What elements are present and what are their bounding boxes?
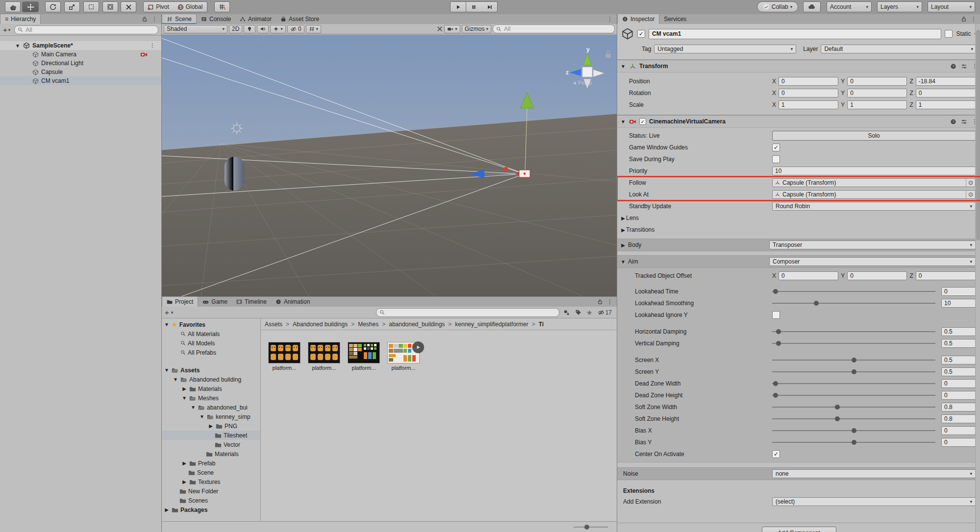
cloud-button[interactable] (803, 1, 821, 12)
create-plus-button[interactable]: + (3, 25, 7, 34)
breadcrumb-item[interactable]: Abandoned buildings (293, 321, 358, 328)
horizontal-damping-field[interactable]: 0.5 (941, 327, 976, 336)
scale-y-field[interactable]: 1 (847, 100, 907, 109)
breadcrumb-item-current[interactable]: Ti (539, 321, 544, 328)
position-x-field[interactable]: 0 (779, 77, 838, 86)
tree-row-new-folder[interactable]: New Folder (162, 486, 260, 496)
tree-row-materials[interactable]: ▶ Materials (162, 384, 260, 393)
foldout-icon[interactable]: ▼ (190, 405, 196, 410)
foldout-icon[interactable]: ▼ (620, 119, 626, 124)
rotation-x-field[interactable]: 0 (779, 89, 838, 97)
rotation-z-field[interactable]: 0 (916, 89, 976, 97)
tree-row-scene-folder[interactable]: Scene (162, 468, 260, 477)
dead-zone-width-field[interactable]: 0 (941, 379, 976, 388)
tree-row-packages[interactable]: ▶ Packages (162, 505, 260, 514)
solo-button[interactable]: Solo (772, 131, 976, 141)
help-icon[interactable] (950, 119, 956, 125)
asset-item-1[interactable]: platform... (265, 342, 304, 371)
tree-row-png[interactable]: ▶ PNG (162, 421, 260, 431)
tab-services[interactable]: Services (659, 14, 691, 24)
thumbnail-size-slider[interactable] (574, 527, 608, 528)
hierarchy-row-main-camera[interactable]: Main Camera (0, 50, 161, 59)
play-preview-button[interactable] (412, 341, 424, 353)
grid-visibility-dropdown[interactable]: ▾ (306, 25, 322, 33)
tag-dropdown[interactable]: Untagged▾ (654, 45, 796, 53)
gizmo-x-axis-dot[interactable] (504, 167, 508, 171)
preset-icon[interactable] (961, 63, 967, 70)
pivot-toggle-button[interactable]: Pivot (143, 1, 174, 12)
tree-row-favorites[interactable]: ▼ ★ Favorites (162, 320, 260, 329)
standby-dropdown[interactable]: Round Robin▾ (772, 202, 976, 211)
hierarchy-search-input[interactable] (25, 26, 155, 34)
noise-dropdown[interactable]: none▾ (772, 469, 976, 478)
foldout-icon[interactable]: ▼ (620, 64, 626, 69)
aim-section-row[interactable]: ▼ Aim Composer▾ (617, 255, 980, 268)
lookahead-time-slider[interactable] (772, 291, 935, 292)
bias-x-slider[interactable] (772, 430, 935, 431)
project-search-field[interactable] (376, 308, 559, 317)
tree-row-meshes[interactable]: ▼ Meshes (162, 393, 260, 403)
tab-inspector[interactable]: Inspector (617, 14, 659, 24)
add-component-button[interactable]: Add Component (762, 527, 836, 532)
asset-item-4[interactable]: platform... (384, 342, 423, 371)
capsule-object[interactable] (225, 157, 244, 191)
tree-row-vector[interactable]: Vector (162, 440, 260, 449)
screen-x-field[interactable]: 0.5 (941, 356, 976, 364)
gameobject-name-field[interactable]: CM vcam1 (649, 29, 941, 39)
camera-settings-dropdown[interactable]: ▾ (444, 25, 460, 33)
lock-icon[interactable] (142, 16, 148, 22)
transitions-foldout-row[interactable]: ▶ Transitions (617, 224, 980, 236)
asset-item-2[interactable]: platform... (304, 342, 344, 371)
gameobject-big-cube-icon[interactable] (621, 27, 634, 40)
help-icon[interactable] (950, 63, 956, 70)
tab-project[interactable]: Project (162, 296, 198, 307)
dead-zone-height-slider[interactable] (772, 395, 935, 396)
search-by-label-icon[interactable] (575, 309, 581, 315)
scrollbar-thumb[interactable] (976, 30, 980, 241)
cinemachine-component-header[interactable]: ▼ CinemachineVirtualCamera ⋮ (617, 115, 980, 128)
tab-animator[interactable]: Animator (235, 14, 276, 24)
hierarchy-row-capsule[interactable]: Capsule (0, 68, 161, 76)
persp-label[interactable]: Persp (578, 80, 592, 86)
tree-row-abandoned-building[interactable]: ▼ Abandoned building (162, 375, 260, 384)
favorites-star-icon[interactable]: ★ (586, 309, 593, 316)
tree-row-prefab[interactable]: ▶ Prefab (162, 459, 260, 468)
body-section-row[interactable]: ▶ Body Transposer▾ (617, 239, 980, 251)
object-picker-icon[interactable]: ⊙ (966, 179, 975, 187)
foldout-icon[interactable]: ▶ (620, 242, 626, 248)
screen-y-slider[interactable] (772, 371, 935, 372)
lookahead-smoothing-field[interactable]: 10 (941, 299, 976, 308)
hierarchy-menu-icon[interactable]: ⋮ (151, 16, 157, 23)
project-create-caret-icon[interactable]: ▾ (171, 310, 174, 315)
offset-z-field[interactable]: 0 (916, 271, 976, 280)
vertical-damping-field[interactable]: 0.5 (941, 339, 976, 348)
foldout-icon[interactable]: ▶ (181, 460, 187, 466)
guides-checkbox[interactable] (772, 144, 780, 151)
hand-tool-button[interactable] (5, 1, 21, 12)
screen-y-field[interactable]: 0.5 (941, 367, 976, 376)
breadcrumb-item[interactable]: abandoned_buildings (389, 321, 455, 328)
foldout-icon[interactable]: ▼ (164, 367, 170, 373)
lens-foldout-row[interactable]: ▶ Lens (617, 212, 980, 224)
step-button[interactable] (481, 1, 498, 12)
transform-tool-button[interactable] (102, 1, 118, 12)
tools-icon[interactable] (437, 26, 443, 32)
scene-viewport[interactable]: y z ◄ Persp (162, 35, 617, 296)
tab-console[interactable]: Console (197, 14, 235, 24)
move-tool-button[interactable] (22, 1, 39, 12)
static-checkbox[interactable] (945, 30, 953, 38)
tab-asset-store[interactable]: Asset Store (276, 14, 324, 24)
offset-y-field[interactable]: 0 (847, 271, 907, 280)
scene-search-input[interactable] (503, 25, 611, 33)
hierarchy-row-scene[interactable]: ▼ SampleScene* ⋮ (0, 41, 161, 50)
vertical-damping-slider[interactable] (772, 343, 935, 344)
tree-row-kenney-simp[interactable]: ▼ kenney_simp (162, 412, 260, 421)
position-z-field[interactable]: -18.84 (916, 77, 976, 86)
lock-icon[interactable] (597, 299, 603, 305)
foldout-icon[interactable]: ▼ (164, 322, 170, 327)
hierarchy-row-directional-light[interactable]: Directional Light (0, 59, 161, 68)
orientation-center-cube[interactable] (582, 67, 592, 77)
lookahead-smoothing-slider[interactable] (772, 303, 935, 304)
soft-zone-height-slider[interactable] (772, 418, 935, 419)
lookat-object-field[interactable]: Capsule (Transform) ⊙ (772, 190, 976, 199)
